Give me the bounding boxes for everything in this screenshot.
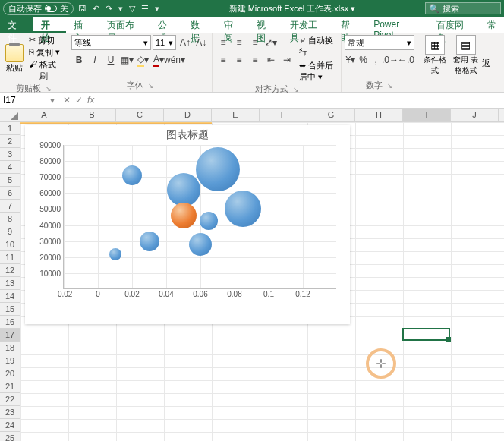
row-header-3[interactable]: 3 [0, 148, 20, 161]
embedded-chart[interactable]: 图表标题 10000200003000040000500006000070000… [25, 125, 350, 324]
wrap-text-button[interactable]: ⤶ 自动换行 [299, 35, 338, 58]
font-size-combo[interactable]: 11▾ [153, 35, 176, 50]
autosave-toggle[interactable]: 自动保存 关 [3, 2, 74, 15]
align-left-icon[interactable]: ≡ [216, 52, 231, 68]
increase-font-icon[interactable]: A↑ [178, 35, 192, 50]
tab-dev[interactable]: 开发工具 [282, 17, 333, 33]
row-header-19[interactable]: 19 [0, 354, 20, 367]
number-format-combo[interactable]: 常规▾ [345, 35, 414, 50]
phonetic-button[interactable]: wén▾ [167, 52, 182, 68]
row-header-12[interactable]: 12 [0, 264, 20, 277]
tab-layout[interactable]: 页面布局 [99, 17, 150, 33]
dec-decimal-icon[interactable]: ←.0 [398, 52, 414, 68]
bubble-point[interactable] [140, 232, 159, 251]
col-header-A[interactable]: A [20, 109, 68, 121]
indent-inc-icon[interactable]: ⇥ [279, 52, 295, 68]
currency-icon[interactable]: ¥▾ [345, 52, 357, 68]
row-header-15[interactable]: 15 [0, 303, 20, 316]
align-middle-icon[interactable]: ≡ [232, 35, 247, 50]
cells-area[interactable]: 图表标题 10000200003000040000500006000070000… [20, 122, 504, 441]
filter-icon[interactable]: ▽ [129, 4, 135, 14]
col-header-J[interactable]: J [451, 109, 499, 121]
row-header-17[interactable]: 17 [0, 329, 20, 342]
paste-icon[interactable] [5, 44, 24, 62]
row-header-21[interactable]: 21 [0, 380, 20, 393]
chart-plot-area[interactable]: 1000020000300004000050000600007000080000… [63, 145, 336, 289]
underline-button[interactable]: U [103, 52, 118, 68]
col-header-C[interactable]: C [116, 109, 164, 121]
format-painter-button[interactable]: 🖌格式刷 [27, 59, 65, 82]
col-header-B[interactable]: B [68, 109, 116, 121]
sort-icon[interactable]: ☰ [141, 4, 149, 14]
row-header-16[interactable]: 16 [0, 316, 20, 329]
dialog-launcher-icon[interactable]: ↘ [148, 82, 154, 90]
align-right-icon[interactable]: ≡ [247, 52, 263, 68]
row-header-25[interactable]: 25 [0, 432, 20, 441]
row-header-14[interactable]: 14 [0, 290, 20, 303]
bubble-point[interactable] [167, 173, 200, 206]
search-box[interactable]: 🔍 搜索 [425, 2, 501, 14]
select-all-corner[interactable] [0, 109, 20, 121]
row-header-8[interactable]: 8 [0, 213, 20, 225]
bold-button[interactable]: B [71, 52, 87, 68]
tab-file[interactable]: 文件 [0, 17, 33, 33]
row-header-18[interactable]: 18 [0, 342, 20, 354]
copy-button[interactable]: ⎘复制 ▾ [27, 47, 65, 58]
merge-center-button[interactable]: ⬌ 合并后居中 ▾ [299, 60, 338, 83]
tab-help[interactable]: 帮助 [333, 17, 367, 33]
cond-format-button[interactable]: ▦ 条件格式 [421, 35, 450, 92]
tab-insert[interactable]: 插入 [66, 17, 99, 33]
return-button[interactable]: 返 [482, 58, 490, 69]
row-header-24[interactable]: 24 [0, 419, 20, 432]
table-format-button[interactable]: ▤ 套用 表格格式 [452, 35, 481, 92]
tab-view[interactable]: 视图 [249, 17, 282, 33]
row-header-4[interactable]: 4 [0, 161, 20, 174]
border-button[interactable]: ▦▾ [119, 52, 134, 68]
tab-review[interactable]: 审阅 [216, 17, 250, 33]
row-header-7[interactable]: 7 [0, 200, 20, 213]
active-cell[interactable] [402, 328, 450, 341]
tab-data[interactable]: 数据 [183, 17, 216, 33]
tab-formulas[interactable]: 公式 [150, 17, 184, 33]
row-header-9[interactable]: 9 [0, 225, 20, 238]
align-top-icon[interactable]: ≡ [216, 35, 231, 50]
bubble-point[interactable] [196, 147, 240, 191]
cancel-icon[interactable]: ✕ [63, 95, 71, 106]
tab-baidu[interactable]: 百度网盘 [429, 17, 480, 33]
qat-more-icon[interactable]: ▾ [155, 4, 159, 14]
orientation-icon[interactable]: ⤢▾ [263, 35, 279, 50]
tab-home[interactable]: 开始 [33, 17, 67, 33]
indent-dec-icon[interactable]: ⇤ [263, 52, 279, 68]
row-header-1[interactable]: 1 [0, 122, 20, 135]
row-header-20[interactable]: 20 [0, 367, 20, 380]
col-header-G[interactable]: G [307, 109, 355, 121]
row-header-11[interactable]: 11 [0, 251, 20, 264]
redo-icon[interactable]: ↷ [106, 4, 112, 14]
row-header-5[interactable]: 5 [0, 174, 20, 187]
bubble-point[interactable] [122, 165, 142, 185]
enter-icon[interactable]: ✓ [75, 95, 83, 106]
paste-label[interactable]: 粘贴 [6, 62, 23, 74]
fx-icon[interactable]: fx [87, 95, 94, 106]
align-bottom-icon[interactable]: ≡ [247, 35, 263, 50]
row-header-10[interactable]: 10 [0, 238, 20, 251]
percent-icon[interactable]: % [358, 52, 370, 68]
col-header-D[interactable]: D [164, 109, 212, 121]
col-header-F[interactable]: F [260, 109, 307, 121]
comma-icon[interactable]: , [370, 52, 382, 68]
decrease-font-icon[interactable]: A↓ [194, 35, 209, 50]
bubble-point[interactable] [189, 233, 212, 256]
row-header-13[interactable]: 13 [0, 277, 20, 290]
row-header-6[interactable]: 6 [0, 187, 20, 200]
fill-color-button[interactable]: ◇▾ [135, 52, 150, 68]
chart-title[interactable]: 图表标题 [25, 125, 350, 145]
align-center-icon[interactable]: ≡ [232, 52, 247, 68]
tab-extra[interactable]: 常 [480, 17, 504, 33]
font-name-combo[interactable]: 等线▾ [71, 35, 151, 50]
formula-input[interactable] [99, 93, 504, 108]
italic-button[interactable]: I [87, 52, 102, 68]
dialog-launcher-icon[interactable]: ↘ [293, 86, 299, 93]
col-header-I[interactable]: I [403, 109, 451, 121]
save-icon[interactable]: 🖫 [78, 4, 87, 13]
cut-button[interactable]: ✂剪切 [27, 35, 65, 46]
